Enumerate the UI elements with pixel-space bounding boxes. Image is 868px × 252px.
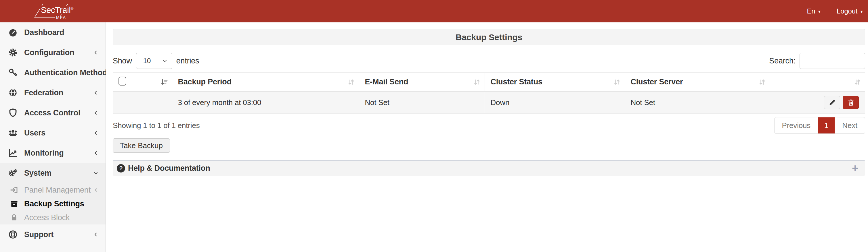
sort-amount-down-icon: [160, 78, 168, 86]
sidebar-item-backup-settings[interactable]: Backup Settings: [0, 197, 105, 211]
logout-label: Logout: [837, 7, 857, 15]
chevron-left-icon: [93, 150, 99, 156]
chevron-left-icon: [93, 187, 99, 192]
users-icon: [8, 128, 18, 138]
select-all-checkbox[interactable]: [119, 77, 126, 85]
chevron-left-icon: [93, 90, 99, 96]
chevron-left-icon: [93, 110, 99, 116]
current-page-button[interactable]: 1: [818, 117, 835, 134]
take-backup-button[interactable]: Take Backup: [113, 138, 170, 153]
column-header-cluster-server[interactable]: Cluster Server: [625, 73, 770, 92]
search-label: Search:: [769, 57, 796, 66]
table-row: 3 of every month at 03:00 Not Set Down N…: [113, 92, 865, 114]
sidebar-item-dashboard[interactable]: Dashboard: [0, 23, 105, 42]
help-title: Help & Documentation: [128, 164, 210, 173]
lock-icon: [10, 213, 19, 222]
backup-period-cell: 3 of every month at 03:00: [172, 92, 359, 114]
show-label: Show: [113, 57, 132, 66]
sidebar: Dashboard Configuration Authentication M…: [0, 23, 106, 252]
row-actions-cell: [770, 92, 865, 114]
table-header-row: Backup Period E-Mail Send Cluster Status: [113, 73, 865, 92]
page-size-select[interactable]: 10: [136, 53, 172, 69]
sidebar-item-configuration[interactable]: Configuration: [0, 42, 105, 63]
help-documentation-bar[interactable]: ? Help & Documentation +: [113, 160, 865, 176]
entries-label: entries: [176, 57, 199, 66]
sidebar-item-monitoring[interactable]: Monitoring: [0, 143, 105, 163]
email-send-cell: Not Set: [359, 92, 485, 114]
gauge-icon: [8, 28, 18, 37]
sort-both-icon: [613, 78, 621, 86]
sidebar-group-system: System Panel Management Backup Settings: [0, 163, 105, 224]
chevron-left-icon: [93, 50, 99, 56]
brand-logo[interactable]: SecTrail® MFA: [36, 2, 70, 21]
sidebar-item-authentication-methods[interactable]: Authentication Methods: [0, 63, 105, 83]
logout-dropdown[interactable]: Logout ▼: [837, 7, 863, 15]
column-header-select-all[interactable]: [113, 73, 172, 92]
plus-icon[interactable]: +: [852, 163, 858, 174]
sidebar-item-users[interactable]: Users: [0, 123, 105, 143]
sidebar-item-access-block[interactable]: Access Block: [0, 211, 105, 224]
sidebar-item-panel-management[interactable]: Panel Management: [0, 183, 105, 197]
chevron-down-icon: [93, 170, 99, 176]
archive-icon: [10, 200, 19, 208]
search-control: Search:: [769, 53, 865, 69]
sort-both-icon: [347, 78, 355, 86]
main-content: Backup Settings Show 10 entries Search:: [106, 23, 868, 252]
column-header-cluster-status[interactable]: Cluster Status: [485, 73, 625, 92]
gear-icon: [8, 48, 18, 58]
language-dropdown[interactable]: En ▼: [807, 7, 821, 15]
chart-line-icon: [8, 148, 18, 158]
caret-down-icon: ▼: [860, 9, 863, 13]
key-icon: [8, 68, 18, 77]
search-input[interactable]: [800, 53, 865, 69]
column-header-email-send[interactable]: E-Mail Send: [359, 73, 485, 92]
sidebar-item-federation[interactable]: Federation: [0, 83, 105, 103]
cogs-icon: [8, 168, 18, 178]
chevron-left-icon: [93, 130, 99, 136]
sign-in-icon: [10, 186, 19, 194]
brand-name-text: SecTrail: [41, 5, 71, 15]
column-header-label: Backup Period: [178, 77, 231, 86]
delete-button[interactable]: [843, 96, 859, 109]
sidebar-item-label: Support: [24, 230, 93, 239]
table-controls: Show 10 entries Search:: [113, 53, 865, 69]
sidebar-item-label: System: [24, 169, 93, 178]
sort-both-icon: [472, 78, 481, 86]
brand-name: SecTrail®: [40, 6, 74, 14]
sort-both-icon: [758, 78, 767, 86]
table-info: Showing 1 to 1 of 1 entries: [113, 121, 199, 130]
chevron-down-icon: [162, 58, 168, 64]
sidebar-item-label: Users: [24, 129, 93, 138]
sidebar-item-access-control[interactable]: Access Control: [0, 103, 105, 123]
chevron-left-icon: [93, 231, 99, 237]
sidebar-item-label: Panel Management: [24, 186, 93, 194]
previous-page-button[interactable]: Previous: [775, 117, 818, 134]
sidebar-item-label: Configuration: [24, 48, 93, 57]
registered-mark: ®: [71, 6, 73, 11]
sidebar-item-label: Monitoring: [24, 149, 93, 157]
sort-both-icon: [853, 78, 862, 86]
sidebar-item-label: Access Control: [24, 108, 93, 117]
caret-down-icon: ▼: [817, 9, 821, 13]
sidebar-item-system[interactable]: System: [0, 163, 105, 183]
column-header-actions[interactable]: [770, 73, 865, 92]
cluster-status-cell: Down: [485, 92, 625, 114]
page-size-value: 10: [143, 57, 151, 65]
next-page-button[interactable]: Next: [835, 117, 865, 134]
pagination: Previous 1 Next: [774, 117, 865, 134]
edit-button[interactable]: [824, 96, 840, 109]
sidebar-item-support[interactable]: Support: [0, 224, 105, 245]
panel-header: Backup Settings: [113, 29, 865, 45]
sidebar-item-label: Federation: [24, 88, 93, 97]
question-circle-icon: ?: [117, 164, 125, 173]
cluster-server-cell: Not Set: [625, 92, 770, 114]
row-select-cell: [113, 92, 172, 114]
pencil-icon: [828, 99, 836, 106]
topbar: SecTrail® MFA En ▼ Logout ▼: [0, 0, 868, 23]
globe-icon: [8, 88, 18, 98]
sidebar-item-label: Access Block: [24, 213, 99, 222]
column-header-backup-period[interactable]: Backup Period: [172, 73, 359, 92]
column-header-label: Cluster Server: [631, 77, 683, 86]
page-title: Backup Settings: [456, 32, 522, 42]
sidebar-item-label: Authentication Methods: [24, 68, 111, 77]
